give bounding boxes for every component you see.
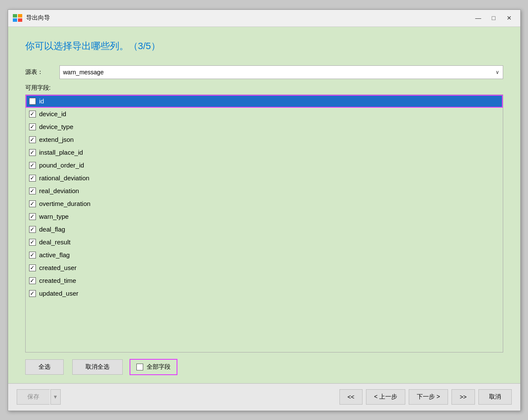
next-button[interactable]: 下一步 >	[409, 389, 448, 405]
main-window: 导出向导 — □ ✕ 你可以选择导出哪些列。（3/5） 源表： warn_mes…	[8, 9, 521, 411]
field-checkbox[interactable]	[29, 239, 36, 246]
field-checkbox[interactable]	[29, 277, 36, 284]
grid-icon	[12, 14, 23, 22]
save-dropdown-button[interactable]: ▼	[50, 389, 61, 405]
list-item[interactable]: device_type	[26, 120, 503, 133]
prev-button[interactable]: < 上一步	[366, 389, 405, 405]
svg-rect-2	[13, 18, 17, 22]
cancel-button[interactable]: 取消	[478, 389, 512, 405]
field-name: overtime_duration	[39, 200, 91, 207]
field-checkbox[interactable]	[29, 290, 36, 297]
field-checkbox[interactable]	[29, 149, 36, 156]
field-checkbox[interactable]	[29, 226, 36, 233]
close-button[interactable]: ✕	[502, 13, 516, 23]
minimize-button[interactable]: —	[472, 13, 485, 23]
title-bar: 导出向导 — □ ✕	[8, 10, 520, 27]
step-title: 你可以选择导出哪些列。（3/5）	[25, 40, 503, 53]
field-name: install_place_id	[39, 149, 83, 156]
list-item[interactable]: deal_result	[26, 236, 503, 249]
field-checkbox[interactable]	[29, 136, 36, 143]
list-item[interactable]: rational_deviation	[26, 172, 503, 185]
field-name: active_flag	[39, 251, 70, 258]
list-item[interactable]: active_flag	[26, 249, 503, 261]
field-name: device_type	[39, 123, 74, 130]
field-checkbox[interactable]	[29, 200, 36, 207]
list-item[interactable]: id	[26, 95, 503, 108]
field-checkbox[interactable]	[29, 162, 36, 169]
all-fields-container: 全部字段	[131, 361, 176, 373]
field-checkbox[interactable]	[29, 111, 36, 117]
footer-right: << < 上一步 下一步 > >> 取消	[339, 389, 512, 405]
fields-list: iddevice_iddevice_typeextend_jsoninstall…	[26, 95, 503, 300]
list-item[interactable]: warn_type	[26, 210, 503, 223]
list-item[interactable]: created_user	[26, 261, 503, 274]
save-button[interactable]: 保存	[17, 389, 50, 405]
list-item[interactable]: real_deviation	[26, 185, 503, 197]
field-name: pound_order_id	[39, 162, 84, 169]
source-table-select[interactable]: warn_message ∨	[59, 65, 503, 79]
field-checkbox[interactable]	[29, 213, 36, 220]
first-button[interactable]: <<	[339, 389, 363, 405]
list-item[interactable]: updated_user	[26, 287, 503, 300]
svg-rect-0	[13, 14, 17, 18]
field-name: updated_user	[39, 290, 79, 297]
field-name: deal_flag	[39, 226, 65, 233]
buttons-row: 全选 取消全选 全部字段	[25, 359, 503, 375]
field-name: created_time	[39, 277, 77, 284]
list-item[interactable]: created_time	[26, 274, 503, 287]
list-item[interactable]: deal_flag	[26, 223, 503, 236]
chevron-down-icon: ∨	[496, 69, 499, 75]
field-name: extend_json	[39, 136, 74, 143]
maximize-button[interactable]: □	[487, 13, 501, 23]
svg-rect-1	[18, 14, 22, 18]
list-item[interactable]: extend_json	[26, 133, 503, 146]
source-table-row: 源表： warn_message ∨	[25, 65, 503, 79]
field-checkbox[interactable]	[29, 98, 36, 105]
fields-list-container[interactable]: iddevice_iddevice_typeextend_jsoninstall…	[25, 94, 503, 352]
field-name: real_deviation	[39, 187, 79, 194]
field-checkbox[interactable]	[29, 264, 36, 271]
field-checkbox[interactable]	[29, 188, 36, 194]
field-name: warn_type	[39, 213, 69, 220]
select-all-button[interactable]: 全选	[25, 359, 64, 375]
deselect-all-button[interactable]: 取消全选	[72, 359, 123, 375]
list-item[interactable]: install_place_id	[26, 146, 503, 159]
field-name: created_user	[39, 264, 77, 271]
field-checkbox[interactable]	[29, 123, 36, 130]
title-bar-left: 导出向导	[12, 14, 50, 22]
field-name: device_id	[39, 110, 66, 117]
list-item[interactable]: device_id	[26, 108, 503, 120]
field-name: deal_result	[39, 238, 71, 246]
all-fields-label: 全部字段	[147, 363, 171, 371]
footer-left: 保存 ▼	[17, 389, 61, 405]
source-table-value: warn_message	[63, 69, 104, 76]
all-fields-checkbox[interactable]	[136, 364, 143, 370]
title-controls: — □ ✕	[472, 13, 516, 23]
main-content: 你可以选择导出哪些列。（3/5） 源表： warn_message ∨ 可用字段…	[8, 27, 520, 383]
field-name: id	[39, 97, 44, 105]
list-item[interactable]: pound_order_id	[26, 159, 503, 172]
field-checkbox[interactable]	[29, 252, 36, 258]
last-button[interactable]: >>	[451, 389, 475, 405]
field-checkbox[interactable]	[29, 175, 36, 182]
source-table-label: 源表：	[25, 68, 59, 76]
window-title: 导出向导	[26, 14, 50, 22]
svg-rect-3	[18, 18, 22, 22]
fields-label: 可用字段:	[25, 84, 503, 92]
field-name: rational_deviation	[39, 174, 90, 182]
list-item[interactable]: overtime_duration	[26, 197, 503, 210]
footer: 保存 ▼ << < 上一步 下一步 > >> 取消	[8, 383, 520, 411]
